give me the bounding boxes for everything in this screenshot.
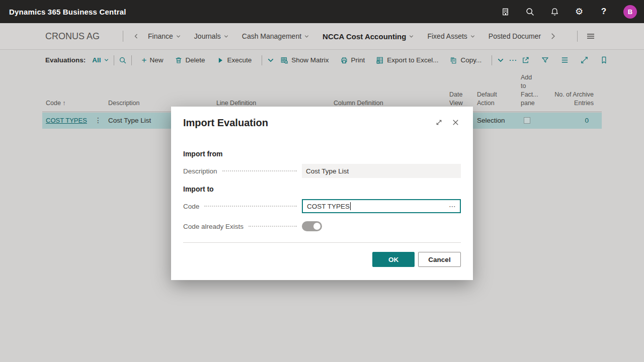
code-lookup-button[interactable]: ⋯ <box>449 203 456 210</box>
text-cursor <box>350 202 351 210</box>
import-evaluation-dialog: Import Evaluation Import from Descriptio… <box>171 107 473 280</box>
avatar[interactable]: B <box>623 5 637 19</box>
dotted-leader <box>204 206 297 207</box>
code-exists-label: Code already Exists <box>183 223 244 230</box>
dialog-title: Import Evaluation <box>183 117 268 129</box>
dialog-buttons: OK Cancel <box>183 252 461 267</box>
code-input[interactable]: COST TYPES ⋯ <box>302 199 461 213</box>
description-label: Description <box>183 167 217 175</box>
business-central-app: Dynamics 365 Business Central <box>0 0 644 362</box>
dotted-leader <box>222 170 297 171</box>
dotted-leader <box>249 226 297 227</box>
code-input-value: COST TYPES <box>307 203 350 210</box>
dialog-header-icons <box>435 118 460 127</box>
cancel-button[interactable]: Cancel <box>418 252 461 267</box>
code-exists-row: Code already Exists <box>183 219 461 233</box>
section-import-from: Import from <box>183 150 461 158</box>
description-field-row: Description Cost Type List <box>183 164 461 178</box>
help-icon[interactable]: ? <box>599 7 609 17</box>
dialog-footer-separator <box>183 242 461 243</box>
section-import-to: Import to <box>183 185 461 193</box>
notifications-bell-icon[interactable] <box>549 7 559 17</box>
company-environment-icon[interactable] <box>500 7 510 17</box>
settings-gear-icon[interactable]: ⚙ <box>574 7 584 17</box>
dialog-header: Import Evaluation <box>171 107 473 129</box>
close-dialog-icon[interactable] <box>451 118 460 127</box>
dialog-body: Import from Description Cost Type List I… <box>171 150 473 267</box>
app-title[interactable]: Dynamics 365 Business Central <box>9 8 126 16</box>
search-icon[interactable] <box>525 7 535 17</box>
top-bar-icons: ⚙ ? B <box>500 5 637 19</box>
description-field: Cost Type List <box>302 164 461 178</box>
code-field-row: Code COST TYPES ⋯ <box>183 199 461 213</box>
expand-dialog-icon[interactable] <box>435 118 443 127</box>
code-label: Code <box>183 203 199 210</box>
code-exists-toggle[interactable] <box>302 221 322 231</box>
top-bar: Dynamics 365 Business Central <box>0 0 644 23</box>
toggle-knob <box>313 223 320 230</box>
ok-button[interactable]: OK <box>372 252 415 267</box>
